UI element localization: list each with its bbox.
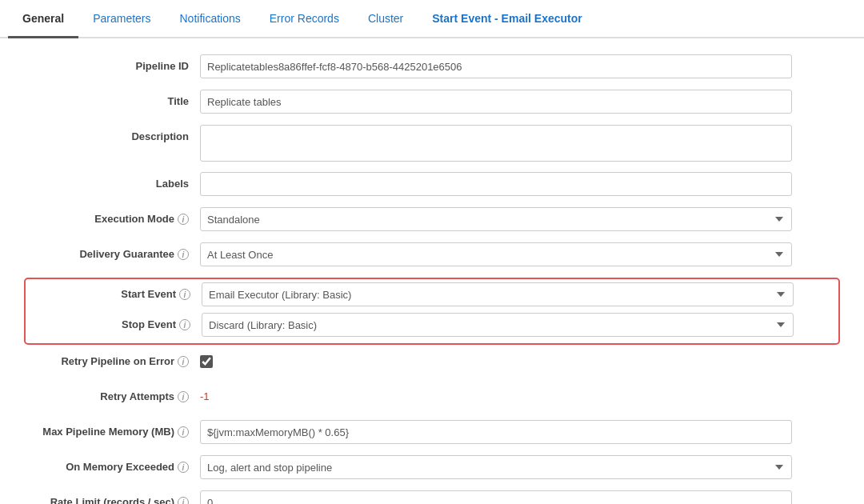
tab-parameters[interactable]: Parameters — [78, 0, 165, 38]
retry-attempts-info-icon[interactable]: i — [178, 391, 189, 402]
retry-pipeline-field — [200, 350, 792, 370]
tab-cluster[interactable]: Cluster — [354, 0, 418, 38]
delivery-guarantee-row: Delivery Guarantee i At Least Once At Mo… — [24, 242, 840, 270]
on-memory-row: On Memory Exceeded i Log, alert and stop… — [24, 455, 840, 482]
tab-general[interactable]: General — [8, 0, 78, 38]
retry-pipeline-row: Retry Pipeline on Error i — [24, 350, 840, 377]
delivery-guarantee-label: Delivery Guarantee i — [24, 242, 200, 260]
rate-limit-info-icon[interactable]: i — [178, 497, 189, 504]
event-group: Start Event i Email Executor (Library: B… — [24, 278, 840, 345]
pipeline-id-row: Pipeline ID — [24, 54, 840, 82]
execution-mode-info-icon[interactable]: i — [178, 214, 189, 225]
retry-pipeline-checkbox[interactable] — [200, 355, 213, 368]
labels-label: Labels — [24, 172, 200, 190]
start-event-label: Start Event i — [26, 282, 202, 300]
start-event-row: Start Event i Email Executor (Library: B… — [26, 282, 838, 310]
execution-mode-label: Execution Mode i — [24, 207, 200, 225]
max-memory-info-icon[interactable]: i — [178, 426, 189, 438]
execution-mode-field: Standalone Cluster Batch Cluster Streami… — [200, 207, 792, 231]
stop-event-field: Discard (Library: Basic) None — [202, 313, 794, 337]
stop-event-label: Stop Event i — [26, 313, 202, 330]
on-memory-info-icon[interactable]: i — [178, 462, 189, 473]
labels-input[interactable] — [200, 172, 792, 196]
rate-limit-field — [200, 490, 792, 504]
labels-field — [200, 172, 792, 196]
delivery-guarantee-info-icon[interactable]: i — [178, 249, 189, 260]
on-memory-label: On Memory Exceeded i — [24, 455, 200, 473]
retry-attempts-row: Retry Attempts i -1 — [24, 385, 840, 412]
on-memory-select[interactable]: Log, alert and stop pipeline Log and ale… — [200, 455, 792, 479]
description-label: Description — [24, 125, 200, 142]
title-field — [200, 90, 792, 114]
tab-error-records[interactable]: Error Records — [255, 0, 354, 38]
start-event-select[interactable]: Email Executor (Library: Basic) None — [202, 282, 794, 306]
rate-limit-input[interactable] — [200, 490, 792, 504]
stop-event-row: Stop Event i Discard (Library: Basic) No… — [26, 313, 838, 340]
description-row: Description — [24, 125, 840, 164]
max-memory-label: Max Pipeline Memory (MB) i — [24, 420, 200, 438]
title-row: Title — [24, 90, 840, 117]
on-memory-field: Log, alert and stop pipeline Log and ale… — [200, 455, 792, 479]
retry-attempts-field: -1 — [200, 385, 792, 402]
stop-event-info-icon[interactable]: i — [179, 319, 190, 330]
tab-start-event[interactable]: Start Event - Email Executor — [418, 0, 597, 38]
execution-mode-select[interactable]: Standalone Cluster Batch Cluster Streami… — [200, 207, 792, 231]
tab-notifications[interactable]: Notifications — [166, 0, 255, 38]
delivery-guarantee-select[interactable]: At Least Once At Most Once — [200, 242, 792, 266]
title-input[interactable] — [200, 90, 792, 114]
form-panel: Pipeline ID Title Description Labels — [0, 38, 864, 504]
execution-mode-row: Execution Mode i Standalone Cluster Batc… — [24, 207, 840, 234]
max-memory-row: Max Pipeline Memory (MB) i — [24, 420, 840, 447]
delivery-guarantee-field: At Least Once At Most Once — [200, 242, 792, 266]
start-event-info-icon[interactable]: i — [179, 289, 190, 300]
max-memory-field — [200, 420, 792, 444]
stop-event-select[interactable]: Discard (Library: Basic) None — [202, 313, 794, 337]
pipeline-id-input[interactable] — [200, 54, 792, 78]
description-field — [200, 125, 792, 164]
labels-row: Labels — [24, 172, 840, 199]
rate-limit-label: Rate Limit (records / sec) i — [24, 490, 200, 504]
max-memory-input[interactable] — [200, 420, 792, 444]
retry-attempts-label: Retry Attempts i — [24, 385, 200, 402]
start-event-field: Email Executor (Library: Basic) None — [202, 282, 794, 306]
retry-pipeline-label: Retry Pipeline on Error i — [24, 350, 200, 367]
title-label: Title — [24, 90, 200, 107]
pipeline-id-label: Pipeline ID — [24, 54, 200, 72]
retry-attempts-value: -1 — [200, 385, 792, 402]
tab-bar: General Parameters Notifications Error R… — [0, 0, 864, 38]
pipeline-id-field — [200, 54, 792, 78]
rate-limit-row: Rate Limit (records / sec) i — [24, 490, 840, 504]
retry-pipeline-info-icon[interactable]: i — [178, 356, 189, 367]
description-input[interactable] — [200, 125, 792, 162]
